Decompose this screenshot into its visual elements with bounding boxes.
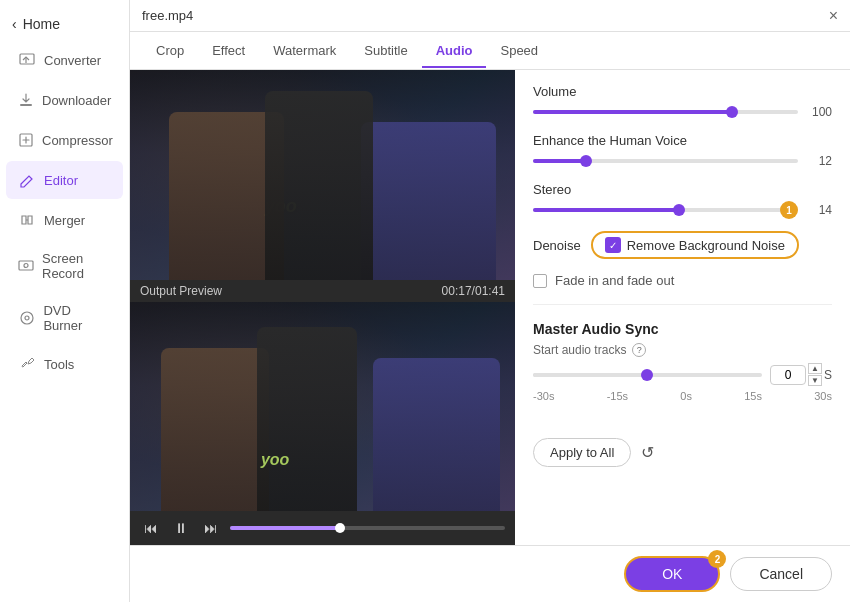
fade-label: Fade in and fade out bbox=[555, 273, 674, 288]
preview-label: Output Preview bbox=[140, 284, 222, 298]
stereo-badge: 1 bbox=[780, 201, 798, 219]
sync-label-30s2: 30s bbox=[814, 390, 832, 402]
screen-record-label: Screen Record bbox=[42, 251, 111, 281]
titlebar: free.mp4 × bbox=[130, 0, 850, 32]
volume-label: Volume bbox=[533, 84, 832, 99]
tab-speed[interactable]: Speed bbox=[486, 35, 552, 68]
denoise-checkbox-label: Remove Background Noise bbox=[627, 238, 785, 253]
bottom-bar: OK 2 Cancel bbox=[130, 545, 850, 602]
sync-label-0s: 0s bbox=[680, 390, 692, 402]
merger-label: Merger bbox=[44, 213, 85, 228]
compressor-label: Compressor bbox=[42, 133, 113, 148]
content-area: yoo Output Preview 00:17/01:41 bbox=[130, 70, 850, 545]
skip-forward-button[interactable]: ⏭ bbox=[200, 517, 222, 539]
svg-rect-2 bbox=[20, 104, 32, 106]
volume-value: 100 bbox=[806, 105, 832, 119]
master-sync-subtitle: Start audio tracks ? bbox=[533, 343, 832, 357]
file-title: free.mp4 bbox=[142, 8, 193, 23]
stereo-slider-row: 1 14 bbox=[533, 203, 832, 217]
ok-button[interactable]: OK 2 bbox=[624, 556, 720, 592]
sidebar-item-editor[interactable]: Editor bbox=[6, 161, 123, 199]
video-frame-top: yoo bbox=[130, 70, 515, 280]
tab-subtitle[interactable]: Subtitle bbox=[350, 35, 421, 68]
sidebar: ‹ Home Converter Downloader Com bbox=[0, 0, 130, 602]
svg-point-7 bbox=[25, 316, 29, 320]
tab-crop[interactable]: Crop bbox=[142, 35, 198, 68]
downloader-label: Downloader bbox=[42, 93, 111, 108]
enhance-fill bbox=[533, 159, 586, 163]
apply-to-all-button[interactable]: Apply to All bbox=[533, 438, 631, 467]
master-sync-section: Master Audio Sync Start audio tracks ? bbox=[533, 321, 832, 420]
close-button[interactable]: × bbox=[829, 8, 838, 24]
audio-panel: Volume 100 Enhance the Human Voice bbox=[515, 70, 850, 545]
sidebar-home[interactable]: ‹ Home bbox=[0, 8, 129, 40]
sync-labels: -30s -15s 0s 15s 30s bbox=[533, 390, 832, 402]
progress-thumb bbox=[335, 523, 345, 533]
sync-step-down[interactable]: ▼ bbox=[808, 375, 822, 386]
sync-label-15s: -15s bbox=[607, 390, 628, 402]
dvd-burner-icon bbox=[18, 309, 35, 327]
video-bottom: yoo bbox=[130, 302, 515, 512]
cancel-button[interactable]: Cancel bbox=[730, 557, 832, 591]
sync-label-15s2: 15s bbox=[744, 390, 762, 402]
denoise-badge[interactable]: ✓ Remove Background Noise bbox=[591, 231, 799, 259]
remove-bg-noise-checkbox[interactable]: ✓ bbox=[605, 237, 621, 253]
sync-stepper: ▲ ▼ bbox=[808, 363, 822, 386]
enhance-label: Enhance the Human Voice bbox=[533, 133, 832, 148]
master-sync-title: Master Audio Sync bbox=[533, 321, 832, 337]
video-frame-bottom: yoo bbox=[130, 302, 515, 512]
help-icon[interactable]: ? bbox=[632, 343, 646, 357]
converter-label: Converter bbox=[44, 53, 101, 68]
sync-fill bbox=[533, 373, 647, 377]
progress-bar[interactable] bbox=[230, 526, 505, 530]
timestamp: 00:17/01:41 bbox=[442, 284, 505, 298]
progress-fill bbox=[230, 526, 340, 530]
sync-slider-area: ▲ ▼ S -30s -15s 0s 15s 30s bbox=[533, 363, 832, 420]
stereo-section: Stereo 1 14 bbox=[533, 182, 832, 217]
volume-slider-row: 100 bbox=[533, 105, 832, 119]
tab-audio[interactable]: Audio bbox=[422, 35, 487, 68]
sync-step-up[interactable]: ▲ bbox=[808, 363, 822, 374]
tab-effect[interactable]: Effect bbox=[198, 35, 259, 68]
sidebar-item-dvd-burner[interactable]: DVD Burner bbox=[6, 293, 123, 343]
editor-label: Editor bbox=[44, 173, 78, 188]
video-controls: ⏮ ⏸ ⏭ bbox=[130, 511, 515, 545]
video-top: yoo bbox=[130, 70, 515, 280]
volume-thumb[interactable] bbox=[726, 106, 738, 118]
compressor-icon bbox=[18, 131, 34, 149]
stereo-label: Stereo bbox=[533, 182, 832, 197]
downloader-icon bbox=[18, 91, 34, 109]
pause-button[interactable]: ⏸ bbox=[170, 517, 192, 539]
sidebar-item-tools[interactable]: Tools bbox=[6, 345, 123, 383]
skip-back-button[interactable]: ⏮ bbox=[140, 517, 162, 539]
sidebar-item-merger[interactable]: Merger bbox=[6, 201, 123, 239]
sidebar-item-converter[interactable]: Converter bbox=[6, 41, 123, 79]
refresh-button[interactable]: ↺ bbox=[641, 443, 654, 462]
volume-fill bbox=[533, 110, 732, 114]
stereo-thumb[interactable] bbox=[673, 204, 685, 216]
tab-watermark[interactable]: Watermark bbox=[259, 35, 350, 68]
stereo-value: 14 bbox=[806, 203, 832, 217]
stereo-fill bbox=[533, 208, 679, 212]
volume-section: Volume 100 bbox=[533, 84, 832, 119]
sync-thumb[interactable] bbox=[641, 369, 653, 381]
fade-checkbox[interactable] bbox=[533, 274, 547, 288]
fade-row: Fade in and fade out bbox=[533, 273, 832, 288]
video-area: yoo Output Preview 00:17/01:41 bbox=[130, 70, 515, 545]
svg-point-5 bbox=[24, 264, 28, 268]
sidebar-item-screen-record[interactable]: Screen Record bbox=[6, 241, 123, 291]
enhance-value: 12 bbox=[806, 154, 832, 168]
sidebar-item-downloader[interactable]: Downloader bbox=[6, 81, 123, 119]
action-row: Apply to All ↺ bbox=[533, 438, 832, 467]
sync-value-row: ▲ ▼ S bbox=[770, 363, 832, 386]
denoise-label: Denoise bbox=[533, 238, 581, 253]
sync-value-input[interactable] bbox=[770, 365, 806, 385]
master-sync-subtitle-text: Start audio tracks bbox=[533, 343, 626, 357]
sidebar-item-compressor[interactable]: Compressor bbox=[6, 121, 123, 159]
tools-label: Tools bbox=[44, 357, 74, 372]
svg-rect-4 bbox=[19, 261, 33, 270]
sync-unit: S bbox=[824, 368, 832, 382]
preview-label-row: Output Preview 00:17/01:41 bbox=[130, 280, 515, 302]
enhance-thumb[interactable] bbox=[580, 155, 592, 167]
editor-icon bbox=[18, 171, 36, 189]
